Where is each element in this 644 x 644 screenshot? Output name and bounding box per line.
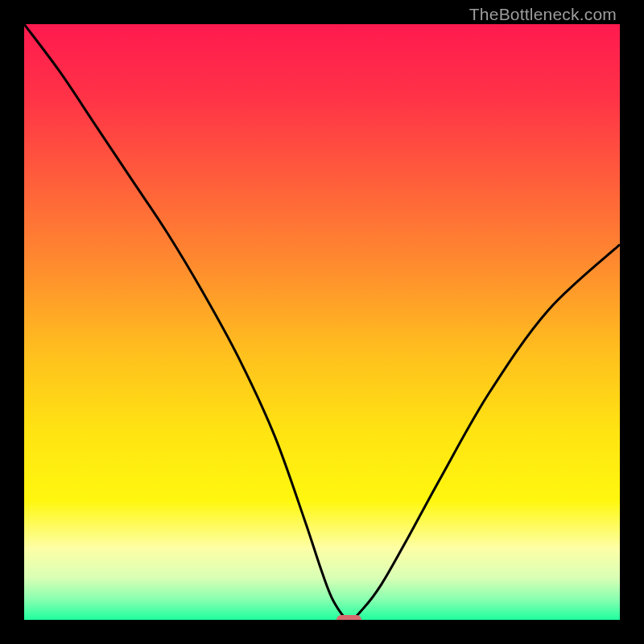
optimal-marker [336,615,361,620]
watermark-text: TheBottleneck.com [469,5,617,24]
plot-area [24,24,620,620]
chart-frame: TheBottleneck.com [0,0,644,644]
bottleneck-curve [24,24,620,620]
curve-path [24,24,620,620]
